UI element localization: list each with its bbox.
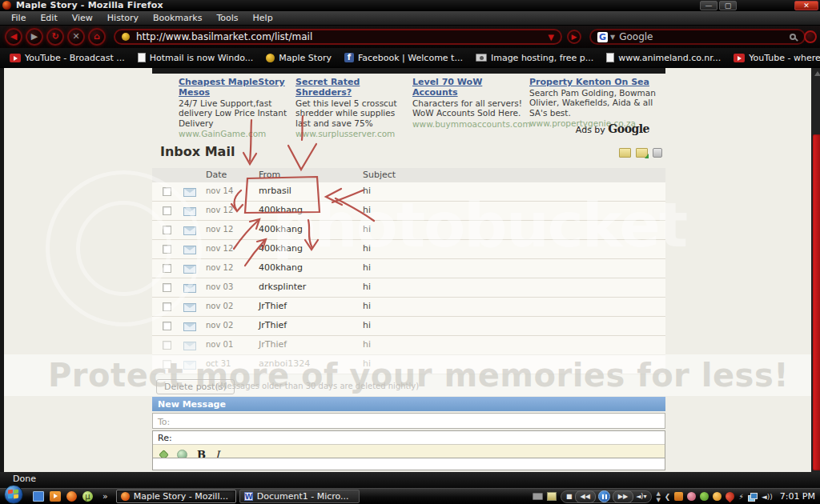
- desktop-screen: Maple Story - Mozilla Firefox — ▢ ✕ File…: [0, 0, 820, 504]
- navigation-toolbar: ◀ ▶ ↻ ✕ ⌂ http://www.basilmarket.com/lis…: [0, 26, 820, 48]
- tray-app-icon[interactable]: [713, 492, 722, 501]
- new-message-header: New Message: [152, 397, 665, 411]
- reload-button[interactable]: ↻: [46, 28, 64, 46]
- taskbar: µ » Maple Story - Mozill... W Document1 …: [0, 488, 820, 504]
- scroll-up-arrow-icon[interactable]: [814, 71, 820, 76]
- ad-title-link[interactable]: Level 70 WoW Accounts: [412, 77, 523, 98]
- pause-icon[interactable]: [598, 490, 610, 502]
- to-input[interactable]: To:: [152, 413, 665, 429]
- language-bar-icon[interactable]: [533, 493, 543, 500]
- site-favicon: [122, 33, 130, 41]
- search-input[interactable]: Google: [619, 31, 653, 42]
- trash-icon[interactable]: [653, 148, 662, 158]
- mail-subject-link[interactable]: hi: [363, 262, 371, 273]
- mail-subject-link[interactable]: hi: [363, 282, 371, 292]
- search-engine-dropdown-icon[interactable]: ▼: [610, 34, 615, 41]
- vertical-scrollbar[interactable]: [811, 68, 820, 472]
- menu-view[interactable]: View: [66, 11, 99, 25]
- mail-folder-icon[interactable]: [619, 148, 631, 158]
- show-desktop-icon[interactable]: [33, 491, 44, 502]
- mail-from-link[interactable]: JrThief: [259, 301, 287, 311]
- window-titlebar: Maple Story - Mozilla Firefox — ▢ ✕: [0, 0, 820, 11]
- bookmark-imagehosting[interactable]: Image hosting, free p...: [471, 51, 598, 65]
- taskbar-button-firefox[interactable]: Maple Story - Mozill...: [116, 490, 236, 503]
- url-text[interactable]: http://www.basilmarket.com/list/mail: [136, 31, 312, 42]
- row-checkbox[interactable]: [163, 322, 171, 330]
- stop-media-icon[interactable]: ■: [566, 491, 573, 502]
- mail-from-link[interactable]: JrThief: [259, 339, 287, 350]
- tray-messenger-icon[interactable]: [700, 492, 709, 501]
- mail-from-link[interactable]: JrThief: [259, 320, 287, 330]
- mail-from-link[interactable]: drksplinter: [259, 282, 306, 292]
- table-row: nov 01 JrThief hi: [152, 336, 665, 355]
- watermark-ring: [76, 201, 171, 296]
- re-input[interactable]: Re:: [153, 431, 665, 445]
- previous-track-icon[interactable]: ◀◀: [575, 490, 596, 503]
- menu-history[interactable]: History: [101, 11, 145, 25]
- wmp-deskband-icon[interactable]: [547, 492, 557, 501]
- volume-icon[interactable]: ◄)▾: [636, 491, 646, 502]
- column-date[interactable]: Date: [206, 170, 227, 180]
- theme-badge-icon: [804, 30, 817, 43]
- mail-subject-link[interactable]: hi: [363, 301, 371, 311]
- watermark-band: Protect more of your memories for less!: [4, 354, 820, 396]
- envelope-icon: [183, 188, 196, 197]
- ads-by-google[interactable]: Ads by Google: [533, 122, 649, 135]
- close-button[interactable]: ✕: [794, 1, 818, 10]
- taskbar-button-word[interactable]: W Document1 - Micro...: [239, 490, 360, 503]
- menu-file[interactable]: File: [5, 11, 32, 25]
- speaker-icon[interactable]: ◄)): [762, 493, 773, 501]
- tray-app-icon[interactable]: [724, 490, 737, 503]
- start-button[interactable]: [4, 485, 23, 504]
- home-button[interactable]: ⌂: [88, 28, 106, 46]
- ad-title-link[interactable]: Secret Rated Shredders?: [295, 77, 406, 98]
- bookmark-animeland[interactable]: www.animeland.co.nr...: [601, 51, 726, 65]
- ad-title-link[interactable]: Property Kenton On Sea: [529, 77, 656, 87]
- forward-button[interactable]: ▶: [26, 28, 43, 46]
- firefox-icon[interactable]: [66, 491, 77, 502]
- bookmark-youtube-wheres[interactable]: YouTube - wheres my...: [729, 51, 820, 65]
- menu-tools[interactable]: Tools: [210, 11, 244, 25]
- network-icon[interactable]: [748, 493, 758, 501]
- mail-table-header: Date From Subject: [152, 168, 665, 182]
- message-body-input[interactable]: [152, 458, 665, 470]
- menu-edit[interactable]: Edit: [34, 11, 63, 25]
- bookmark-hotmail[interactable]: Hotmail is now Windo...: [133, 51, 259, 65]
- media-player-icon[interactable]: [50, 491, 61, 502]
- ad-title-link[interactable]: Cheapest MapleStory Mesos: [179, 77, 289, 98]
- column-subject[interactable]: Subject: [363, 170, 396, 180]
- back-button[interactable]: ◀: [5, 28, 22, 46]
- tray-app-icon[interactable]: [687, 492, 696, 501]
- deskband-resize-icon[interactable]: ▲▼: [656, 490, 660, 503]
- magnifier-icon[interactable]: [790, 34, 796, 40]
- column-from[interactable]: From: [259, 170, 280, 180]
- mail-toolbar: [619, 148, 662, 158]
- envelope-icon: [183, 322, 196, 331]
- compose-mail-icon[interactable]: [636, 148, 648, 158]
- mail-from-link[interactable]: 400khang: [259, 262, 303, 273]
- ad-url: www.GainGame.com: [179, 129, 289, 138]
- stop-button[interactable]: ✕: [67, 28, 85, 46]
- toolbar-overflow-chevron[interactable]: »: [102, 491, 108, 502]
- row-checkbox[interactable]: [163, 341, 171, 350]
- tray-collapse-chevron[interactable]: ❮: [665, 493, 671, 501]
- menu-bookmarks[interactable]: Bookmarks: [147, 11, 208, 25]
- mail-subject-link[interactable]: hi: [363, 339, 371, 350]
- scrollbar-thumb[interactable]: [813, 134, 820, 470]
- bookmark-facebook[interactable]: f Facebook | Welcome t...: [340, 51, 468, 65]
- mail-subject-link[interactable]: hi: [363, 320, 371, 330]
- address-bar[interactable]: http://www.basilmarket.com/list/mail ▼: [114, 29, 562, 45]
- url-dropdown-icon[interactable]: ▼: [548, 33, 554, 42]
- minimize-button[interactable]: —: [700, 1, 718, 10]
- maximize-button[interactable]: ▢: [719, 1, 737, 10]
- bookmark-youtube-broadcast[interactable]: YouTube - Broadcast ...: [5, 51, 130, 65]
- go-button[interactable]: ▶: [567, 30, 581, 44]
- bookmark-maplestory[interactable]: Maple Story: [261, 51, 336, 65]
- search-bar[interactable]: G ▼ Google: [589, 29, 806, 45]
- next-track-icon[interactable]: ▶▶: [613, 490, 633, 503]
- menu-help[interactable]: Help: [247, 11, 279, 25]
- tray-app-icon[interactable]: [674, 492, 683, 501]
- power-plug-icon[interactable]: ⚡: [738, 493, 743, 501]
- taskbar-clock[interactable]: 7:01 PM: [780, 491, 815, 502]
- utorrent-icon[interactable]: µ: [82, 491, 93, 502]
